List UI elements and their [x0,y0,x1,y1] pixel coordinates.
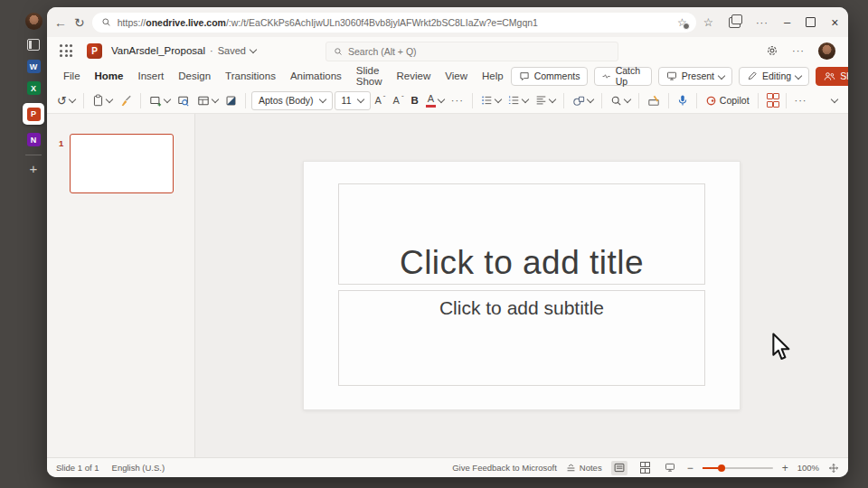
subtitle-placeholder-text: Click to add subtitle [439,297,604,319]
find-button[interactable] [608,93,633,108]
sidebar-item-powerpoint[interactable]: P [23,103,44,125]
zoom-slider-handle[interactable] [718,465,725,472]
sidebar-item-excel[interactable]: X [27,81,41,95]
sidebar-item-onenote[interactable]: N [27,133,41,146]
powerpoint-logo[interactable]: P [87,43,102,59]
align-button[interactable] [533,93,558,108]
font-color-button[interactable]: A [423,92,447,109]
wave-icon [602,71,610,81]
editing-mode-button[interactable]: Editing [739,67,809,86]
zoom-out-button[interactable]: − [687,462,693,474]
slide-thumbnail[interactable] [70,134,174,193]
new-slide-button[interactable] [146,93,173,108]
more-font-options-button[interactable]: ··· [448,93,467,108]
favorites-icon[interactable]: ☆ [703,15,713,29]
tab-review[interactable]: Review [390,70,439,81]
slide-number: 1 [59,138,63,148]
sidebar-divider [25,155,42,155]
share-button[interactable]: Share [816,67,848,86]
ribbon-more-button[interactable]: ··· [792,93,810,108]
zoom-in-button[interactable]: + [782,462,788,474]
subtitle-placeholder[interactable]: Click to add subtitle [338,290,705,386]
sidebar-add-button[interactable]: + [30,164,38,174]
ribbon-tabs: File Home Insert Design Transitions Anim… [47,64,848,88]
bookmark-icon[interactable]: ☆ [677,16,687,29]
reuse-slides-button[interactable] [175,93,193,108]
undo-icon: ↺ [57,95,67,107]
refresh-icon[interactable]: ↻ [74,15,85,30]
format-painter-button[interactable] [117,93,135,108]
designer-pane-button[interactable] [764,91,780,109]
title-placeholder[interactable]: Click to add title [338,183,705,285]
chevron-down-icon [718,71,725,79]
back-icon[interactable]: ← [54,15,67,30]
close-button[interactable]: × [831,15,838,30]
tab-file[interactable]: File [56,70,88,81]
slide-thumbnail-panel: 1 [47,114,195,457]
minimize-button[interactable]: – [784,15,790,29]
tab-help[interactable]: Help [475,70,511,81]
titlebar-more-icon[interactable]: ··· [792,45,805,56]
designer-button[interactable] [222,93,240,108]
tab-view[interactable]: View [438,70,475,81]
browser-toolbar: ← ↻ https://onedrive.live.com/:w:/t/EaCK… [47,7,848,37]
new-slide-icon [149,95,162,107]
save-status[interactable]: ·Saved [210,45,256,56]
normal-view-button[interactable] [611,461,627,475]
slide-layout-button[interactable] [194,93,221,108]
slide-position[interactable]: Slide 1 of 1 [56,463,99,473]
collapse-ribbon-icon[interactable] [831,95,838,102]
bullets-button[interactable] [478,93,504,108]
designer-icon [225,95,237,107]
address-bar[interactable]: https://onedrive.live.com/:w:/t/EaCKkPs6… [92,13,696,33]
browser-menu-icon[interactable]: ··· [756,17,769,28]
numbering-button[interactable] [505,93,531,108]
search-input[interactable]: Search (Alt + Q) [326,42,618,61]
bold-button[interactable]: B [409,93,421,108]
font-name-select[interactable]: Aptos (Body) [251,91,333,110]
account-avatar[interactable] [818,42,835,60]
tab-transitions[interactable]: Transitions [218,70,283,81]
maximize-button[interactable] [806,17,816,27]
ink-to-text-button[interactable] [645,93,663,108]
paintbrush-icon [119,95,132,107]
notes-icon [566,464,576,473]
shrink-font-button[interactable]: Aˇ [391,94,407,108]
tab-design[interactable]: Design [171,70,218,81]
tab-slideshow[interactable]: Slide Show [349,65,390,87]
paste-button[interactable] [90,92,115,108]
dictate-button[interactable] [675,92,691,108]
copilot-button[interactable]: Copilot [703,93,752,108]
sidebar-toggle-icon[interactable] [27,38,41,52]
grow-font-button[interactable]: Aˆ [373,94,389,108]
app-launcher-icon[interactable] [60,44,72,57]
slide-sorter-view-button[interactable] [637,461,653,475]
zoom-slider[interactable] [703,467,773,469]
browser-profile-avatar[interactable] [25,13,42,30]
tab-insert[interactable]: Insert [130,70,171,81]
font-size-select[interactable]: 11 [335,91,371,110]
language-status[interactable]: English (U.S.) [112,463,165,473]
undo-button[interactable]: ↺ [54,93,78,108]
settings-gear-icon[interactable] [766,44,778,57]
slide-canvas[interactable]: Click to add title Click to add subtitle [303,161,741,410]
fit-to-window-icon[interactable] [828,463,839,474]
slideshow-view-button[interactable] [662,461,678,475]
align-text-icon [535,95,547,106]
titlebar-right: ··· [766,42,835,60]
notes-button[interactable]: Notes [566,463,602,473]
zoom-level[interactable]: 100% [797,463,819,473]
search-placeholder: Search (Alt + Q) [348,46,417,57]
present-button[interactable]: Present [658,67,732,86]
tab-animations[interactable]: Animations [283,70,349,81]
document-title[interactable]: VanArsdel_Proposal [111,45,205,56]
feedback-link[interactable]: Give Feedback to Microsoft [452,463,557,473]
present-screen-icon [666,70,677,81]
tab-home[interactable]: Home [88,70,131,81]
catch-up-button[interactable]: Catch Up [594,67,651,86]
status-bar: Slide 1 of 1 English (U.S.) Give Feedbac… [47,457,848,477]
comments-button[interactable]: Comments [511,67,589,86]
collections-icon[interactable] [729,17,741,28]
sidebar-item-word[interactable]: W [27,60,41,73]
shapes-button[interactable] [570,93,596,108]
